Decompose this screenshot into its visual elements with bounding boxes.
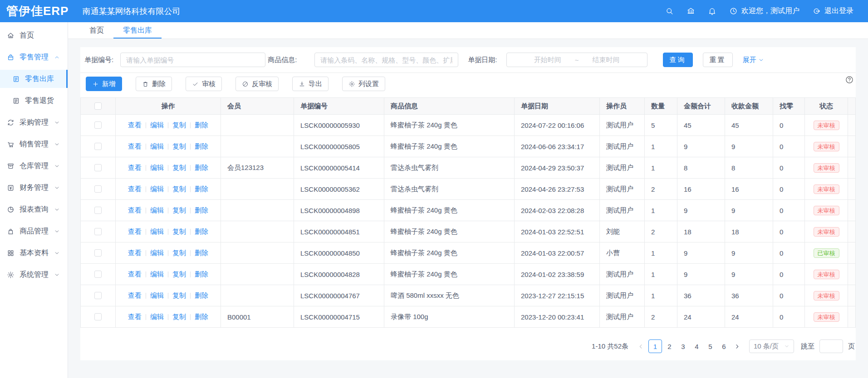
delete-link[interactable]: 删除 <box>195 121 208 130</box>
edit-link[interactable]: 编辑 <box>150 206 164 215</box>
search-button[interactable]: 查询 <box>663 53 693 67</box>
view-link[interactable]: 查看 <box>128 249 142 257</box>
row-checkbox[interactable] <box>94 228 102 235</box>
sidebar-item-retail-mgmt[interactable]: 零售管理 <box>0 48 68 66</box>
copy-link[interactable]: 复制 <box>172 121 186 130</box>
date-range-input[interactable]: 开始时间 ~ 结束时间 <box>506 53 647 67</box>
bank-icon[interactable] <box>687 7 695 15</box>
delete-link[interactable]: 删除 <box>195 228 208 236</box>
delete-link[interactable]: 删除 <box>195 291 208 300</box>
row-checkbox[interactable] <box>94 121 102 129</box>
add-button[interactable]: 新增 <box>86 77 122 91</box>
edit-link[interactable]: 编辑 <box>150 249 164 257</box>
delete-link[interactable]: 删除 <box>195 164 208 172</box>
copy-link[interactable]: 复制 <box>172 206 186 215</box>
header-actions: 操作 <box>116 98 221 115</box>
copy-link[interactable]: 复制 <box>172 185 186 194</box>
sidebar-item-home[interactable]: 首页 <box>0 26 68 44</box>
edit-link[interactable]: 编辑 <box>150 121 164 130</box>
row-checkbox[interactable] <box>94 207 102 214</box>
logout-button[interactable]: 退出登录 <box>812 6 853 16</box>
page-5[interactable]: 5 <box>704 339 716 353</box>
export-button[interactable]: 导出 <box>292 77 329 91</box>
scrollbar-gutter <box>848 221 855 242</box>
view-link[interactable]: 查看 <box>128 185 142 194</box>
prev-page-button[interactable] <box>635 339 647 353</box>
row-checkbox[interactable] <box>94 313 102 320</box>
reset-button[interactable]: 重置 <box>703 53 733 67</box>
product-info-input[interactable] <box>314 53 458 67</box>
sidebar-item-retail-return[interactable]: 零售退货 <box>0 92 68 110</box>
page-2[interactable]: 2 <box>663 339 676 353</box>
jump-page-input[interactable] <box>819 339 843 353</box>
sidebar-item-basic-data[interactable]: 基本资料 <box>0 244 68 262</box>
page-6[interactable]: 6 <box>718 339 730 353</box>
view-link[interactable]: 查看 <box>128 142 142 151</box>
delete-link[interactable]: 删除 <box>195 185 208 194</box>
bell-icon[interactable] <box>708 7 716 15</box>
edit-link[interactable]: 编辑 <box>150 142 164 151</box>
search-icon[interactable] <box>665 7 674 15</box>
view-link[interactable]: 查看 <box>128 313 142 321</box>
unaudit-button[interactable]: 反审核 <box>235 77 279 91</box>
delete-link[interactable]: 删除 <box>195 313 208 321</box>
view-link[interactable]: 查看 <box>128 121 142 130</box>
edit-link[interactable]: 编辑 <box>150 228 164 236</box>
delete-link[interactable]: 删除 <box>195 206 208 215</box>
page-1[interactable]: 1 <box>648 339 662 353</box>
sidebar-item-system-mgmt[interactable]: 系统管理 <box>0 266 68 284</box>
copy-link[interactable]: 复制 <box>172 291 186 300</box>
tab-home[interactable]: 首页 <box>80 22 113 39</box>
sidebar-item-retail-outbound[interactable]: 零售出库 <box>0 70 68 88</box>
copy-link[interactable]: 复制 <box>172 249 186 257</box>
edit-link[interactable]: 编辑 <box>150 270 164 279</box>
delete-button[interactable]: 删除 <box>136 77 172 91</box>
edit-link[interactable]: 编辑 <box>150 164 164 172</box>
view-link[interactable]: 查看 <box>128 228 142 236</box>
sidebar-item-purchase-mgmt[interactable]: 采购管理 <box>0 113 68 131</box>
copy-link[interactable]: 复制 <box>172 313 186 321</box>
sidebar-item-report-query[interactable]: 报表查询 <box>0 200 68 218</box>
copy-link[interactable]: 复制 <box>172 142 186 151</box>
sidebar-item-sales-mgmt[interactable]: 销售管理 <box>0 135 68 153</box>
copy-link[interactable]: 复制 <box>172 228 186 236</box>
edit-link[interactable]: 编辑 <box>150 291 164 300</box>
date-label: 单据日期: <box>468 56 497 64</box>
help-icon[interactable] <box>845 75 854 84</box>
audit-button[interactable]: 审核 <box>186 77 222 91</box>
view-link[interactable]: 查看 <box>128 270 142 279</box>
row-checkbox[interactable] <box>94 185 102 193</box>
expand-link[interactable]: 展开 <box>743 56 764 64</box>
page-4[interactable]: 4 <box>691 339 703 353</box>
sidebar-item-product-mgmt[interactable]: 商品管理 <box>0 222 68 240</box>
page-size-select[interactable]: 10 条/页 <box>749 339 794 353</box>
delete-link[interactable]: 删除 <box>195 142 208 151</box>
view-link[interactable]: 查看 <box>128 291 142 300</box>
divider <box>168 144 168 150</box>
delete-link[interactable]: 删除 <box>195 249 208 257</box>
view-link[interactable]: 查看 <box>128 164 142 172</box>
row-checkbox[interactable] <box>94 143 102 150</box>
copy-link[interactable]: 复制 <box>172 164 186 172</box>
page-3[interactable]: 3 <box>677 339 689 353</box>
chevron-down-icon <box>54 228 60 234</box>
copy-link[interactable]: 复制 <box>172 270 186 279</box>
order-no-input[interactable] <box>120 53 265 67</box>
view-link[interactable]: 查看 <box>128 206 142 215</box>
select-all-checkbox[interactable] <box>94 102 102 110</box>
divider <box>146 250 146 256</box>
welcome-user[interactable]: 欢迎您，测试用户 <box>729 6 799 16</box>
tab-retail-outbound[interactable]: 零售出库 <box>113 22 162 39</box>
next-page-button[interactable] <box>731 339 743 353</box>
sidebar-item-finance-mgmt[interactable]: 财务管理 <box>0 179 68 197</box>
divider <box>190 122 191 128</box>
sidebar-item-warehouse-mgmt[interactable]: 仓库管理 <box>0 157 68 175</box>
edit-link[interactable]: 编辑 <box>150 313 164 321</box>
row-checkbox[interactable] <box>94 164 102 171</box>
delete-link[interactable]: 删除 <box>195 270 208 279</box>
column-settings-button[interactable]: 列设置 <box>342 77 385 91</box>
edit-link[interactable]: 编辑 <box>150 185 164 194</box>
row-checkbox[interactable] <box>94 271 102 278</box>
row-checkbox[interactable] <box>94 249 102 257</box>
row-checkbox[interactable] <box>94 292 102 299</box>
